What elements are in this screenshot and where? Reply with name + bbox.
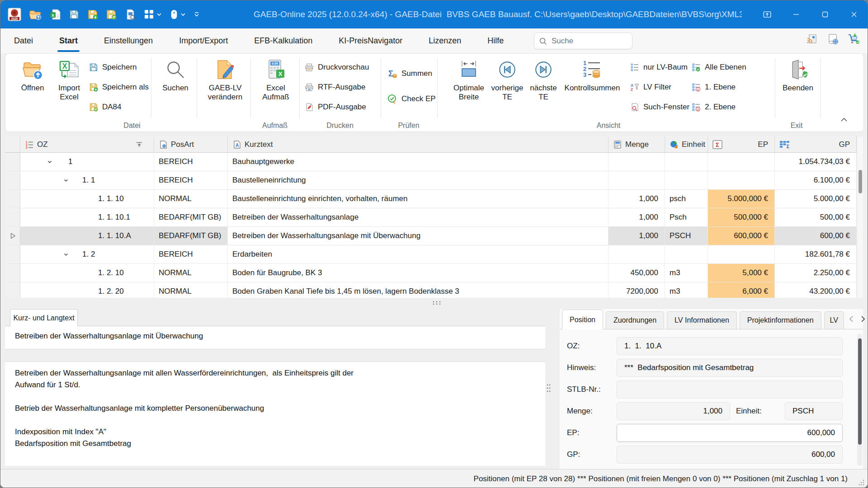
menge-field[interactable]: 1,000 xyxy=(617,402,730,420)
rtf-ausgabe-button[interactable]: W RTF-Ausgabe xyxy=(305,81,369,94)
einheit-cell[interactable]: psch xyxy=(665,190,708,208)
sort-icon[interactable] xyxy=(136,141,143,148)
table-row[interactable]: 1 BEREICH Bauhauptgewerke 1.054.734,03 € xyxy=(5,153,863,171)
lv-filter-button[interactable]: AZ LV Filter xyxy=(630,81,689,94)
einheit-cell[interactable]: m3 xyxy=(665,264,708,282)
ep-cell[interactable] xyxy=(708,245,775,264)
stlb-field[interactable] xyxy=(617,380,843,399)
tab-hilfe[interactable]: Hilfe xyxy=(481,28,510,53)
optimale-breite-button[interactable]: Optimale Breite xyxy=(448,58,489,102)
news-button[interactable] xyxy=(806,33,818,45)
minimize-button[interactable] xyxy=(782,0,811,28)
vertical-splitter-handle[interactable] xyxy=(545,381,552,395)
position-panel-scrollbar-thumb[interactable] xyxy=(858,338,862,445)
tab-kurz-und-langtext[interactable]: Kurz- und Langtext xyxy=(10,309,78,326)
kurztext-cell[interactable]: Betreiben der Wasserhaltungsanlage xyxy=(228,208,609,227)
kurztext-cell[interactable]: Boden für Baugrube, BK 3 xyxy=(228,264,609,282)
oz-cell[interactable]: 1. 2. 20 xyxy=(20,282,154,298)
gp-cell[interactable]: 600,00 € xyxy=(775,227,857,245)
alle-ebenen-button[interactable]: Alle Ebenen xyxy=(692,61,746,74)
posart-cell[interactable]: BEREICH xyxy=(154,153,228,171)
gp-field[interactable]: 600,00 xyxy=(617,446,843,464)
column-header-oz[interactable]: 123 OZ xyxy=(20,136,154,153)
oz-cell[interactable]: 1. 1. 10.A xyxy=(20,227,154,245)
tab-import-export[interactable]: Import/Export xyxy=(173,28,234,53)
table-row[interactable]: 1. 2. 20 NORMAL Boden Graben Kanal Tiefe… xyxy=(5,282,863,298)
posart-cell[interactable]: BEREICH xyxy=(154,245,228,264)
tab-zuordnungen[interactable]: Zuordnungen xyxy=(606,311,664,329)
oz-cell[interactable]: 1. 2 xyxy=(20,245,154,264)
horizontal-splitter-handle[interactable] xyxy=(430,299,443,306)
summen-button[interactable]: Σ Summen xyxy=(387,67,436,80)
nur-lv-baum-button[interactable]: nur LV-Baum xyxy=(630,61,689,74)
tab-lv[interactable]: LV xyxy=(824,311,844,329)
qat-customize-button[interactable] xyxy=(193,12,200,18)
posart-cell[interactable]: BEDARF(MIT GB) xyxy=(154,227,228,245)
column-header-kurztext[interactable]: A Kurztext xyxy=(228,136,609,153)
table-row[interactable]: 1. 2 BEREICH Erdarbeiten 182.601,78 € xyxy=(5,245,863,264)
ep-cell[interactable]: 500,000 € xyxy=(708,208,775,227)
einheit-cell[interactable] xyxy=(665,171,708,190)
einheit-cell[interactable] xyxy=(665,245,708,264)
oz-cell[interactable]: 1 xyxy=(20,153,154,171)
speichern-als-button[interactable]: Speichern als xyxy=(89,81,149,94)
menge-cell[interactable]: 1,000 xyxy=(609,190,665,208)
einheit-cell[interactable]: Psch xyxy=(665,208,708,227)
tab-scroll-left-button[interactable] xyxy=(849,315,854,323)
tab-start[interactable]: Start xyxy=(53,28,84,53)
kurztext-cell[interactable]: Boden Graben Kanal Tiefe bis 1,45 m löse… xyxy=(228,282,609,298)
ebene-1-button[interactable]: 1 1. Ebene xyxy=(692,81,746,94)
da84-button[interactable]: DA84 xyxy=(89,101,149,113)
posart-cell[interactable]: NORMAL xyxy=(154,264,228,282)
column-header-gp[interactable]: Σ GP xyxy=(775,136,857,153)
excel-aufmass-button[interactable]: 0.00X Excel Aufmaß xyxy=(252,58,299,102)
oz-cell[interactable]: 1. 2. 10 xyxy=(20,264,154,282)
chevron-down-icon[interactable] xyxy=(63,251,70,258)
tab-lv-informationen[interactable]: LV Informationen xyxy=(667,311,737,329)
app-logo[interactable]: 2025 xyxy=(8,8,21,21)
table-row[interactable]: 1. 1. 10 NORMAL Baustelleneinrichtung ei… xyxy=(5,190,863,208)
tab-scroll-right-button[interactable] xyxy=(860,315,866,323)
gp-cell[interactable]: 6.100,00 € xyxy=(775,171,857,190)
handbook-button[interactable] xyxy=(827,33,839,45)
check-ep-button[interactable]: € Check EP xyxy=(387,93,436,105)
speichern-button[interactable]: Speichern xyxy=(89,61,149,74)
einheit-cell[interactable]: PSCH xyxy=(665,227,708,245)
kontrollsummen-button[interactable]: 123 Kontrollsummen xyxy=(562,58,622,93)
mouse-options-button[interactable] xyxy=(170,9,186,20)
kurztext-cell[interactable]: Betreiben der Wasserhaltungsanlage mit Ü… xyxy=(228,227,609,245)
excel-import-button[interactable]: X xyxy=(49,9,61,20)
search-box[interactable] xyxy=(534,33,632,49)
kurztext-cell[interactable]: Baustelleneinrichtung xyxy=(228,171,609,190)
gp-cell[interactable]: 1.054.734,03 € xyxy=(775,153,857,171)
grid-menu-button[interactable] xyxy=(144,9,162,20)
einheit-field[interactable]: PSCH xyxy=(785,402,843,420)
oz-field[interactable]: 1. 1. 10.A xyxy=(617,337,843,355)
tab-efb-kalkulation[interactable]: EFB-Kalkulation xyxy=(248,28,319,53)
tab-projektinformationen[interactable]: Projektinformationen xyxy=(740,311,821,329)
column-header-posart[interactable]: PosArt xyxy=(154,136,228,153)
save-button-qat[interactable] xyxy=(69,9,80,20)
beenden-button[interactable]: Beenden xyxy=(779,58,816,93)
table-row-selected[interactable]: 1. 1. 10.A BEDARF(MIT GB) Betreiben der … xyxy=(5,227,863,245)
langtext-area[interactable]: Betreiben der Wasserhaltungsanlage mit a… xyxy=(5,362,545,466)
menge-cell[interactable] xyxy=(609,171,665,190)
table-row[interactable]: 1. 1. 10.1 BEDARF(MIT GB) Betreiben der … xyxy=(5,208,863,227)
oz-cell[interactable]: 1. 1 xyxy=(20,171,154,190)
gp-cell[interactable]: 2.250,00 € xyxy=(775,264,857,282)
posart-cell[interactable]: BEDARF(MIT GB) xyxy=(154,208,228,227)
gp-cell[interactable]: 43.200,00 € xyxy=(775,282,857,298)
vorherige-te-button[interactable]: vorherige TE xyxy=(488,58,526,102)
close-button[interactable] xyxy=(840,0,868,28)
ep-cell[interactable] xyxy=(708,153,775,171)
column-header-menge[interactable]: Menge xyxy=(609,136,665,153)
pdf-ausgabe-button[interactable]: PDF-Ausgabe xyxy=(305,101,369,113)
chevron-down-icon[interactable] xyxy=(47,159,54,165)
shop-button[interactable] xyxy=(848,33,860,45)
table-row[interactable]: 1. 1 BEREICH Baustelleneinrichtung 6.100… xyxy=(5,171,863,190)
search-input[interactable] xyxy=(551,36,623,46)
open-file-button[interactable] xyxy=(29,9,42,20)
gp-cell[interactable]: 182.601,78 € xyxy=(775,245,857,264)
menge-cell[interactable] xyxy=(609,245,665,264)
ep-cell[interactable]: 6,000 € xyxy=(708,282,775,298)
